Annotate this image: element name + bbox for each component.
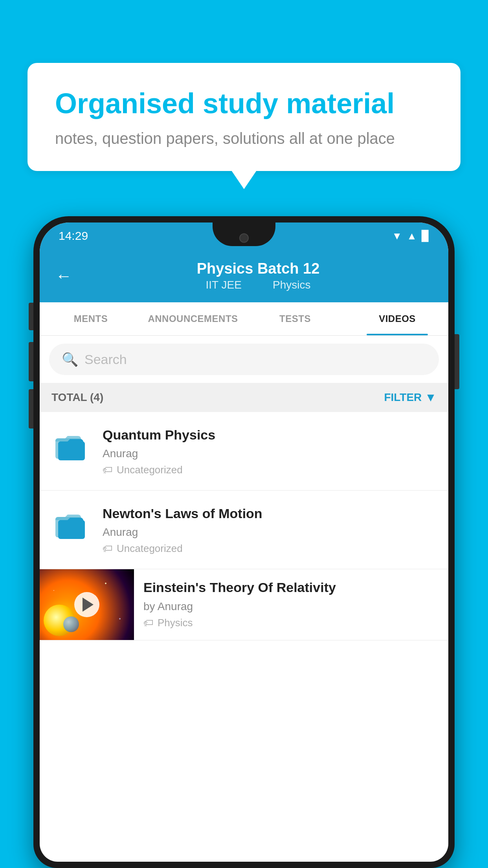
video-author: Anurag xyxy=(103,447,437,460)
phone-vol-down xyxy=(29,342,33,381)
app-header: ← Physics Batch 12 IIT JEE Physics xyxy=(40,249,448,302)
tab-announcements[interactable]: ANNOUNCEMENTS xyxy=(142,302,244,335)
header-subtitle: IIT JEE Physics xyxy=(84,279,433,291)
wifi-icon: ▼ xyxy=(392,230,402,242)
tabs-bar: MENTS ANNOUNCEMENTS TESTS VIDEOS xyxy=(40,302,448,336)
video-tag: 🏷 Physics xyxy=(143,617,439,629)
header-subtitle-physics: Physics xyxy=(273,279,310,291)
play-button[interactable] xyxy=(74,592,99,617)
header-subtitle-iit: IIT JEE xyxy=(206,279,242,291)
phone-notch xyxy=(213,223,275,246)
phone-power xyxy=(455,334,459,389)
phone-frame: 14:29 ▼ ▲ ▉ ← Physics Batch 12 IIT JEE P… xyxy=(33,216,455,868)
video-title: Newton's Laws of Motion xyxy=(103,505,437,522)
tab-ments[interactable]: MENTS xyxy=(40,302,142,335)
video-info: Newton's Laws of Motion Anurag 🏷 Uncateg… xyxy=(103,505,437,555)
status-icons: ▼ ▲ ▉ xyxy=(392,230,429,242)
battery-icon: ▉ xyxy=(422,230,429,242)
speech-bubble-subtitle: notes, question papers, solutions all at… xyxy=(55,130,433,147)
video-thumbnail xyxy=(40,569,134,640)
list-item[interactable]: Quantum Physics Anurag 🏷 Uncategorized xyxy=(40,412,448,491)
tab-tests[interactable]: TESTS xyxy=(244,302,346,335)
tag-label: Uncategorized xyxy=(117,464,183,476)
folder-icon xyxy=(51,508,91,543)
video-author: Anurag xyxy=(103,526,437,539)
video-list: Quantum Physics Anurag 🏷 Uncategorized xyxy=(40,412,448,640)
back-button[interactable]: ← xyxy=(55,267,72,285)
header-title: Physics Batch 12 xyxy=(84,260,433,277)
filter-button[interactable]: FILTER ▼ xyxy=(384,391,437,404)
play-icon xyxy=(83,598,94,612)
search-placeholder: Search xyxy=(84,352,127,367)
notch-camera xyxy=(239,234,249,243)
video-author: by Anurag xyxy=(143,600,439,613)
video-info: Quantum Physics Anurag 🏷 Uncategorized xyxy=(103,426,437,476)
phone-screen: 14:29 ▼ ▲ ▉ ← Physics Batch 12 IIT JEE P… xyxy=(40,223,448,862)
header-subtitle-sep xyxy=(254,279,263,291)
phone-vol-down2 xyxy=(29,389,33,428)
header-title-group: Physics Batch 12 IIT JEE Physics xyxy=(84,260,433,291)
list-item[interactable]: Einstein's Theory Of Relativity by Anura… xyxy=(40,569,448,640)
tag-label: Uncategorized xyxy=(117,542,183,555)
phone-vol-up xyxy=(29,303,33,330)
video-title: Quantum Physics xyxy=(103,426,437,443)
speech-bubble: Organised study material notes, question… xyxy=(28,63,460,171)
video-info: Einstein's Theory Of Relativity by Anura… xyxy=(134,569,448,638)
play-overlay xyxy=(40,569,134,640)
tag-label: Physics xyxy=(158,617,193,629)
search-icon: 🔍 xyxy=(62,351,78,367)
list-item[interactable]: Newton's Laws of Motion Anurag 🏷 Uncateg… xyxy=(40,491,448,569)
status-time: 14:29 xyxy=(59,229,88,243)
search-bar[interactable]: 🔍 Search xyxy=(49,344,439,375)
folder-icon xyxy=(51,429,91,465)
tag-icon: 🏷 xyxy=(143,617,154,629)
filter-bar: TOTAL (4) FILTER ▼ xyxy=(40,383,448,412)
tab-videos[interactable]: VIDEOS xyxy=(346,302,448,335)
tag-icon: 🏷 xyxy=(103,542,113,555)
filter-label: FILTER xyxy=(384,391,422,404)
video-tag: 🏷 Uncategorized xyxy=(103,542,437,555)
tag-icon: 🏷 xyxy=(103,464,113,476)
total-count: TOTAL (4) xyxy=(51,391,103,404)
signal-icon: ▲ xyxy=(407,230,417,242)
speech-bubble-title: Organised study material xyxy=(55,86,433,120)
video-tag: 🏷 Uncategorized xyxy=(103,464,437,476)
video-title: Einstein's Theory Of Relativity xyxy=(143,579,439,596)
filter-icon: ▼ xyxy=(425,391,437,404)
